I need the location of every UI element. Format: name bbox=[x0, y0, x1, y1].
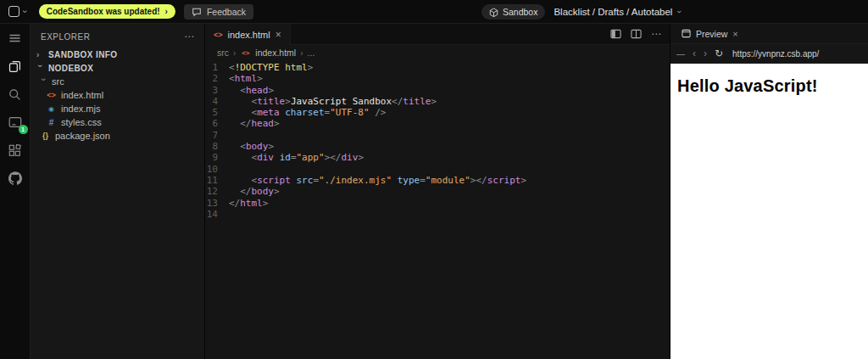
code-token: > bbox=[268, 85, 274, 96]
code-token: JavaScript Sandbox bbox=[291, 96, 392, 107]
toggle-panel-button[interactable] bbox=[610, 29, 621, 39]
code-line: 13</html> bbox=[205, 198, 670, 209]
code-token bbox=[229, 96, 252, 107]
tab-preview[interactable]: Preview × bbox=[674, 24, 746, 43]
code-token: > bbox=[257, 73, 263, 84]
feedback-button[interactable]: Feedback bbox=[184, 4, 253, 20]
code-token: < bbox=[240, 85, 246, 96]
code-token bbox=[229, 152, 252, 163]
file-item-styles.css[interactable]: #styles.css bbox=[31, 115, 204, 129]
code-token: title bbox=[403, 96, 431, 107]
code-token bbox=[229, 118, 240, 129]
file-item-package.json[interactable]: {}package.json bbox=[31, 129, 204, 143]
explorer-sidebar: EXPLORER ⋯ ›SANDBOX INFO›NODEBOX›src<>in… bbox=[31, 24, 205, 359]
forward-button[interactable]: › bbox=[704, 48, 707, 59]
close-icon[interactable]: × bbox=[732, 29, 737, 39]
code-token: src bbox=[297, 175, 314, 186]
more-actions-icon[interactable]: ⋯ bbox=[184, 31, 194, 42]
devtools-button[interactable]: 1 bbox=[7, 114, 24, 131]
section-nodebox[interactable]: ›NODEBOX bbox=[31, 61, 204, 75]
topbar: › CodeSandbox was updated! › Feedback Sa… bbox=[0, 0, 868, 24]
preview-icon bbox=[682, 29, 691, 38]
css-file-icon: # bbox=[46, 118, 57, 127]
code-text: </body> bbox=[229, 186, 280, 197]
speech-bubble-icon bbox=[192, 7, 202, 17]
code-text: <head> bbox=[229, 85, 274, 96]
line-number: 6 bbox=[205, 118, 229, 129]
html-file-icon: <> bbox=[46, 91, 57, 99]
code-line: 1<!DOCTYPE html> bbox=[205, 62, 670, 73]
code-text: <meta charset="UTF-8" /> bbox=[229, 107, 386, 118]
code-text: <script src="./index.mjs" type="module">… bbox=[229, 175, 526, 186]
code-text: </head> bbox=[229, 118, 280, 129]
breadcrumb-more[interactable]: ... bbox=[308, 48, 315, 58]
line-number: 2 bbox=[205, 73, 229, 84]
app-window: › CodeSandbox was updated! › Feedback Sa… bbox=[0, 0, 868, 359]
html-file-icon: <> bbox=[240, 49, 251, 57]
sandbox-badge[interactable]: Sandbox bbox=[481, 4, 545, 20]
code-token: < bbox=[229, 73, 235, 84]
line-number: 7 bbox=[205, 130, 229, 141]
explorer-button[interactable] bbox=[7, 58, 24, 75]
workspace-title[interactable]: Blacklist / Drafts / Autotabel › bbox=[554, 7, 680, 17]
workspace-menu-button[interactable]: › bbox=[8, 6, 27, 17]
tab-index-html[interactable]: <> index.html × bbox=[205, 24, 291, 45]
split-editor-button[interactable] bbox=[631, 29, 642, 39]
code-token: = bbox=[313, 175, 319, 186]
editor-pane: <> index.html × bbox=[205, 24, 670, 359]
line-number: 3 bbox=[205, 85, 229, 96]
url-text[interactable]: https://yvnpnz.csb.app/ bbox=[732, 49, 819, 59]
workspace-title-label: Blacklist / Drafts / Autotabel bbox=[554, 7, 672, 17]
extensions-button[interactable] bbox=[7, 142, 24, 159]
notification-badge: 1 bbox=[19, 125, 28, 134]
explorer-title: EXPLORER bbox=[41, 32, 90, 42]
code-token: > bbox=[520, 175, 526, 186]
chevron-right-icon: › bbox=[233, 48, 236, 58]
search-button[interactable] bbox=[7, 86, 24, 103]
chevron-down-icon: › bbox=[20, 10, 30, 14]
preview-content: Hello JavaScript! bbox=[670, 64, 868, 359]
code-token bbox=[229, 186, 240, 197]
github-button[interactable] bbox=[7, 170, 24, 187]
chevron-right-icon: › bbox=[36, 50, 44, 59]
folder-item-src[interactable]: ›src bbox=[31, 75, 204, 88]
menu-button[interactable] bbox=[7, 30, 24, 47]
breadcrumb-file[interactable]: index.html bbox=[255, 48, 296, 58]
code-token: = bbox=[291, 152, 297, 163]
code-token: div bbox=[257, 152, 274, 163]
code-token bbox=[229, 85, 240, 96]
more-actions-icon[interactable]: ⋯ bbox=[651, 28, 661, 40]
code-token bbox=[229, 141, 240, 152]
line-number: 11 bbox=[205, 175, 229, 186]
code-token: body bbox=[246, 141, 269, 152]
code-line: 3 <head> bbox=[205, 85, 670, 96]
preview-tab-label: Preview bbox=[696, 29, 727, 39]
code-line: 2<html> bbox=[205, 73, 670, 84]
topbar-center: Sandbox Blacklist / Drafts / Autotabel › bbox=[481, 0, 681, 24]
code-area[interactable]: 1<!DOCTYPE html>2<html>3 <head>4 <title>… bbox=[205, 60, 670, 359]
back-button[interactable]: ‹ bbox=[693, 48, 696, 59]
code-token: title bbox=[257, 96, 285, 107]
code-token bbox=[392, 175, 398, 186]
close-icon[interactable]: × bbox=[275, 29, 281, 41]
hamburger-icon bbox=[8, 32, 21, 44]
file-item-index.mjs[interactable]: ◉index.mjs bbox=[31, 102, 204, 115]
code-token: > bbox=[358, 152, 364, 163]
code-text: <title>JavaScript Sandbox</title> bbox=[229, 96, 437, 107]
section-sandbox-info[interactable]: ›SANDBOX INFO bbox=[31, 48, 204, 61]
code-token: type bbox=[398, 175, 420, 186]
drag-handle-icon[interactable]: — bbox=[676, 49, 685, 59]
file-item-index.html[interactable]: <>index.html bbox=[31, 88, 204, 102]
tree-item-label: styles.css bbox=[61, 117, 102, 127]
code-text: <!DOCTYPE html> bbox=[229, 62, 313, 73]
refresh-button[interactable]: ↻ bbox=[715, 48, 723, 59]
tree-item-label: NODEBOX bbox=[48, 64, 93, 73]
update-badge[interactable]: CodeSandbox was updated! › bbox=[39, 4, 175, 19]
toggle-panel-icon bbox=[610, 29, 621, 39]
code-token: = bbox=[420, 175, 426, 186]
json-file-icon: {} bbox=[40, 132, 51, 140]
preview-panel: Preview × — ‹ › ↻ https://yvnpnz.csb.app… bbox=[670, 24, 868, 359]
code-token bbox=[291, 175, 297, 186]
code-token: div bbox=[342, 152, 359, 163]
breadcrumb-folder[interactable]: src bbox=[217, 48, 229, 58]
